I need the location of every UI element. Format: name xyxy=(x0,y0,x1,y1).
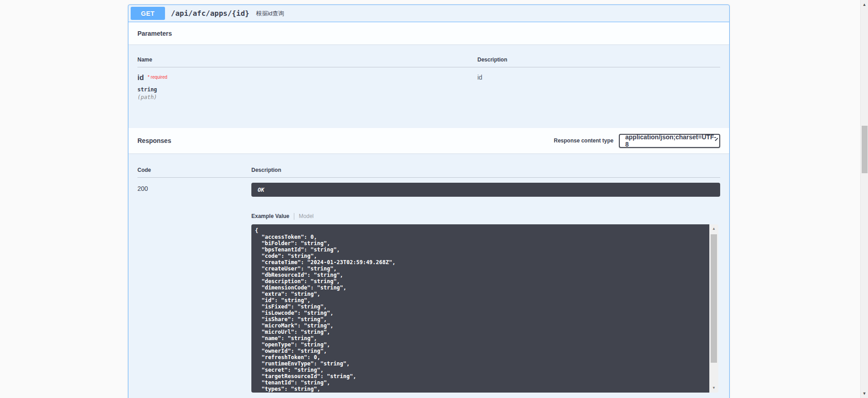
example-scrollbar-thumb[interactable] xyxy=(711,234,717,363)
response-content-type-select[interactable]: application/json;charset=UTF-8 xyxy=(619,134,720,148)
endpoint-path[interactable]: /api/afc/apps/{id} xyxy=(171,9,249,18)
example-model-tabs: Example Value Model xyxy=(251,212,720,220)
page-scroll-down-icon[interactable]: ▼ xyxy=(861,391,868,396)
page-scrollbar[interactable]: ▲ ▼ xyxy=(860,0,868,398)
operation-summary-row[interactable]: GET /api/afc/apps/{id} 根据id查询 xyxy=(128,5,729,22)
parameters-title: Parameters xyxy=(137,30,172,37)
parameter-required-marker: * required xyxy=(148,75,167,80)
response-code: 200 xyxy=(137,183,251,393)
response-row-200: 200 OK Example Value Model { "accessToke… xyxy=(137,178,720,393)
example-json-text: { "accessToken": 0, "biFolder": "string"… xyxy=(255,227,709,392)
scroll-down-icon[interactable]: ▼ xyxy=(709,385,718,391)
example-json-block: { "accessToken": 0, "biFolder": "string"… xyxy=(251,224,709,393)
tab-divider xyxy=(294,213,294,220)
scroll-up-icon[interactable]: ▲ xyxy=(709,226,718,232)
response-content-type-value: application/json;charset=UTF-8 xyxy=(625,133,716,148)
responses-code-column-header: Code xyxy=(137,167,251,173)
parameters-section-header: Parameters xyxy=(128,22,729,44)
endpoint-summary-text: 根据id查询 xyxy=(256,9,284,18)
example-code-container: { "accessToken": 0, "biFolder": "string"… xyxy=(251,224,718,393)
page-scrollbar-thumb[interactable] xyxy=(862,126,868,173)
page-scroll-up-icon[interactable]: ▲ xyxy=(861,2,868,7)
parameters-description-column-header: Description xyxy=(477,57,507,63)
responses-table: Code Description 200 OK Example Value Mo… xyxy=(128,153,729,393)
responses-title: Responses xyxy=(137,137,171,144)
parameter-location: (path) xyxy=(137,94,477,100)
responses-description-column-header: Description xyxy=(251,167,281,173)
response-content-type-label: Response content type xyxy=(554,137,613,144)
responses-section-header: Responses Response content type applicat… xyxy=(128,128,729,153)
parameters-name-column-header: Name xyxy=(137,57,477,63)
parameter-row-id: id * required string (path) id xyxy=(137,67,720,100)
operation-panel-get: GET /api/afc/apps/{id} 根据id查询 Parameters… xyxy=(128,5,730,398)
response-status-text: OK xyxy=(258,187,264,193)
parameter-type: string xyxy=(137,86,477,93)
parameters-table: Name Description id * required string (p… xyxy=(128,44,729,128)
example-scrollbar[interactable]: ▲ ▼ xyxy=(709,224,718,393)
tab-model[interactable]: Model xyxy=(299,213,314,219)
parameter-name: id xyxy=(137,74,144,81)
http-method-badge[interactable]: GET xyxy=(131,7,165,20)
tab-example-value[interactable]: Example Value xyxy=(251,213,289,219)
parameter-description: id xyxy=(477,74,482,100)
response-status-bar: OK xyxy=(251,183,720,197)
